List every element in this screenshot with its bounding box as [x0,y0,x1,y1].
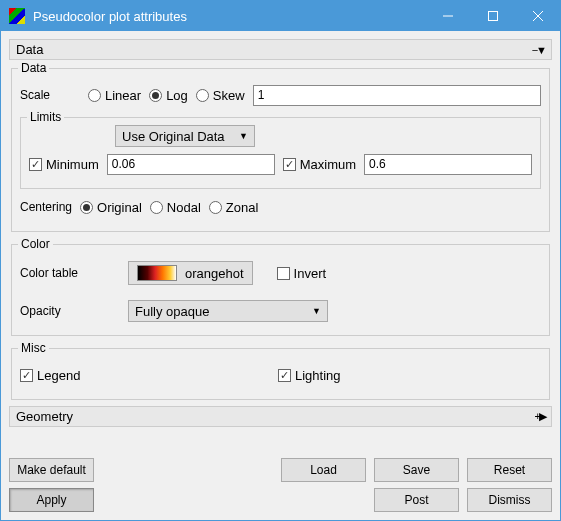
opacity-label: Opacity [20,304,120,318]
chevron-down-icon: ▼ [312,306,321,316]
scale-skew-radio[interactable]: Skew [196,88,245,103]
lighting-checkbox[interactable]: ✓Lighting [278,368,341,383]
colortable-swatch [137,265,177,281]
opacity-dropdown[interactable]: Fully opaque ▼ [128,300,328,322]
reset-button[interactable]: Reset [467,458,552,482]
scale-log-radio[interactable]: Log [149,88,188,103]
limits-mode-dropdown[interactable]: Use Original Data ▼ [115,125,255,147]
save-button[interactable]: Save [374,458,459,482]
scale-linear-radio[interactable]: Linear [88,88,141,103]
maximum-input[interactable] [364,154,532,175]
app-icon [9,8,25,24]
centering-nodal-radio[interactable]: Nodal [150,200,201,215]
skew-value-input[interactable] [253,85,541,106]
colortable-button[interactable]: orangehot [128,261,253,285]
data-section-label: Data [16,42,43,57]
window: Pseudocolor plot attributes Data −▼ Data… [0,0,561,521]
apply-button[interactable]: Apply [9,488,94,512]
make-default-button[interactable]: Make default [9,458,94,482]
data-group-title: Data [18,61,49,75]
titlebar: Pseudocolor plot attributes [1,1,560,31]
limits-group-title: Limits [27,110,64,124]
data-section-header[interactable]: Data −▼ [9,39,552,60]
window-title: Pseudocolor plot attributes [33,9,425,24]
centering-label: Centering [20,200,72,214]
data-group: Data Scale Linear Log Skew Limits Use Or… [11,68,550,232]
dismiss-button[interactable]: Dismiss [467,488,552,512]
minimum-checkbox[interactable]: ✓Minimum [29,157,99,172]
misc-group-title: Misc [18,341,49,355]
maximize-button[interactable] [470,1,515,31]
color-group-title: Color [18,237,53,251]
collapse-icon: −▼ [532,44,545,56]
invert-checkbox[interactable]: Invert [277,266,327,281]
minimum-input[interactable] [107,154,275,175]
geometry-section-header[interactable]: Geometry +▶ [9,406,552,427]
svg-rect-1 [488,12,497,21]
centering-zonal-radio[interactable]: Zonal [209,200,259,215]
minimize-button[interactable] [425,1,470,31]
post-button[interactable]: Post [374,488,459,512]
scale-label: Scale [20,88,80,102]
maximum-checkbox[interactable]: ✓Maximum [283,157,356,172]
chevron-down-icon: ▼ [239,131,248,141]
expand-icon: +▶ [535,410,545,423]
legend-checkbox[interactable]: ✓Legend [20,368,270,383]
geometry-section-label: Geometry [16,409,73,424]
misc-group: Misc ✓Legend ✓Lighting [11,348,550,400]
close-button[interactable] [515,1,560,31]
colortable-label: Color table [20,266,120,280]
color-group: Color Color table orangehot Invert Opaci… [11,244,550,336]
centering-original-radio[interactable]: Original [80,200,142,215]
load-button[interactable]: Load [281,458,366,482]
